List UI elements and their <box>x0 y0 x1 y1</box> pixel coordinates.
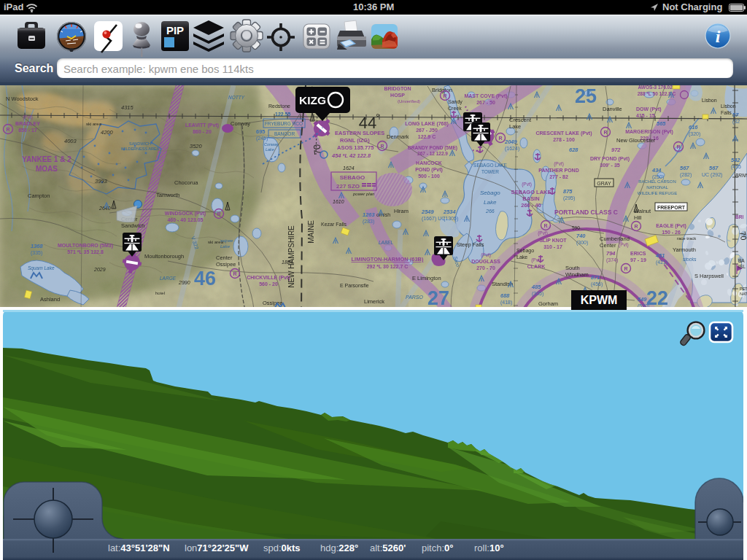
svg-text:688: 688 <box>500 292 510 299</box>
svg-text:25: 25 <box>575 85 597 107</box>
svg-text:Tamworth: Tamworth <box>156 192 180 198</box>
svg-text:150 - 26: 150 - 26 <box>662 230 681 235</box>
svg-text:PORTLAND CLASS C: PORTLAND CLASS C <box>554 209 618 216</box>
svg-text:1368: 1368 <box>31 243 44 249</box>
svg-text:Ashland: Ashland <box>40 296 60 303</box>
svg-text:266: 266 <box>485 209 495 214</box>
svg-text:460 - 40 123.05: 460 - 40 123.05 <box>167 217 203 222</box>
svg-text:616: 616 <box>689 124 698 131</box>
svg-text:860 - 20: 860 - 20 <box>193 129 212 134</box>
svg-text:97 - 19: 97 - 19 <box>630 257 646 262</box>
svg-text:BANGOR: BANGOR <box>274 131 295 136</box>
svg-text:267 - 50: 267 - 50 <box>476 100 495 105</box>
svg-text:Hill: Hill <box>634 214 642 221</box>
svg-text:Cumberland: Cumberland <box>600 236 630 242</box>
svg-text:567: 567 <box>680 165 689 171</box>
svg-text:FREEPORT: FREEPORT <box>657 205 686 210</box>
svg-text:(421): (421) <box>656 260 667 265</box>
svg-text:DOUGLASS: DOUGLASS <box>471 259 500 264</box>
svg-text:57: 57 <box>732 112 739 118</box>
svg-text:NOTTY: NOTTY <box>228 95 245 100</box>
svg-text:R: R <box>6 127 9 132</box>
svg-text:(Pvt): (Pvt) <box>481 252 491 258</box>
svg-text:N Woodstock: N Woodstock <box>6 96 39 102</box>
svg-text:Sandwich: Sandwich <box>121 222 145 229</box>
svg-text:R: R <box>676 144 680 149</box>
svg-text:(374): (374) <box>606 257 618 263</box>
svg-text:Lake: Lake <box>509 123 521 130</box>
svg-text:70: 70 <box>311 144 323 155</box>
svg-text:434: 434 <box>651 167 662 174</box>
svg-text:SANDWICH: SANDWICH <box>129 141 151 146</box>
svg-text:Lake: Lake <box>220 244 231 249</box>
svg-text:Creek: Creek <box>448 106 462 111</box>
svg-text:race track: race track <box>677 236 697 241</box>
svg-text:SLIP KNOT: SLIP KNOT <box>539 238 567 243</box>
svg-text:RACHEL CARSON: RACHEL CARSON <box>638 179 676 184</box>
svg-text:2549: 2549 <box>421 209 435 215</box>
svg-text:alt:5260': alt:5260' <box>370 542 406 553</box>
svg-text:Campton: Campton <box>28 192 50 199</box>
svg-text:MARGERISON (Pvt): MARGERISON (Pvt) <box>625 129 673 135</box>
svg-text:roll:10°: roll:10° <box>474 542 504 553</box>
svg-text:(1624): (1624) <box>505 146 519 152</box>
svg-text:(300): (300) <box>576 240 588 246</box>
svg-text:565: 565 <box>657 120 666 127</box>
svg-text:MOAS: MOAS <box>36 165 58 173</box>
svg-text:BRADLEY: BRADLEY <box>15 121 40 126</box>
svg-text:Limerick: Limerick <box>364 298 384 305</box>
svg-text:Redstone: Redstone <box>268 104 290 109</box>
svg-text:BRIDGTON: BRIDGTON <box>384 86 411 91</box>
svg-text:(1305): (1305) <box>444 216 458 222</box>
svg-text:GRAY: GRAY <box>597 181 611 186</box>
svg-text:875: 875 <box>563 188 573 195</box>
svg-text:AWOS-3 176.025: AWOS-3 176.025 <box>638 85 676 90</box>
svg-text:spd:0kts: spd:0kts <box>263 542 301 553</box>
svg-text:UC (292): UC (292) <box>702 172 722 178</box>
svg-text:(1667) UC: (1667) UC <box>422 216 445 222</box>
svg-text:500 - 100: 500 - 100 <box>418 174 440 179</box>
svg-text:2049: 2049 <box>504 139 518 145</box>
svg-text:Lisbon: Lisbon <box>721 104 736 109</box>
svg-text:3520: 3520 <box>190 143 203 149</box>
svg-text:R: R <box>498 136 502 141</box>
svg-text:R: R <box>634 224 638 229</box>
svg-text:SEBAGO LAKE: SEBAGO LAKE <box>473 163 508 168</box>
svg-text:Danville: Danville <box>603 106 622 112</box>
svg-text:(245): (245) <box>256 136 268 141</box>
svg-text:267 - J50: 267 - J50 <box>416 128 438 133</box>
svg-text:278 - 100: 278 - 100 <box>553 137 575 142</box>
svg-text:MOULTONBORO (5M3): MOULTONBORO (5M3) <box>58 243 113 249</box>
svg-text:stocks: stocks <box>683 257 697 262</box>
svg-text:CLARK: CLARK <box>527 264 546 269</box>
svg-text:S Harpswell: S Harpswell <box>694 273 724 279</box>
svg-text:(Pvt): (Pvt) <box>23 114 33 120</box>
svg-text:Lisbon: Lisbon <box>702 98 717 103</box>
svg-text:°: ° <box>376 112 380 123</box>
svg-text:RGNL (IZG): RGNL (IZG) <box>340 137 370 144</box>
svg-text:ISL: ISL <box>738 264 746 269</box>
svg-text:BASIN: BASIN <box>522 195 539 202</box>
svg-text:DRY POND (Pvt): DRY POND (Pvt) <box>590 156 630 162</box>
svg-text:pitch:0°: pitch:0° <box>422 542 454 553</box>
svg-text:LARGE: LARGE <box>160 276 177 281</box>
svg-text:695: 695 <box>256 128 266 135</box>
svg-text:DOW (Pvt): DOW (Pvt) <box>636 106 662 112</box>
svg-text:4315: 4315 <box>121 104 134 111</box>
svg-text:Center: Center <box>600 242 616 249</box>
svg-text:4200: 4200 <box>101 129 114 136</box>
svg-text:1884: 1884 <box>282 260 293 265</box>
svg-text:4003: 4003 <box>64 138 77 144</box>
svg-text:(Pvt): (Pvt) <box>538 230 548 236</box>
svg-text:Lake: Lake <box>266 147 274 152</box>
svg-text:1263: 1263 <box>363 211 376 218</box>
svg-text:WILDLIFE REFUGE: WILDLIFE REFUGE <box>638 191 677 195</box>
svg-text:Lake: Lake <box>516 254 527 260</box>
svg-text:MAST COVE (Pvt): MAST COVE (Pvt) <box>464 93 507 99</box>
svg-text:Lake: Lake <box>484 199 497 206</box>
svg-text:R: R <box>543 223 547 228</box>
svg-text:972: 972 <box>611 147 621 153</box>
svg-text:POND (Pvt): POND (Pvt) <box>415 167 443 173</box>
svg-text:70: 70 <box>738 230 747 241</box>
svg-text:E Parsonsfle: E Parsonsfle <box>340 283 369 288</box>
